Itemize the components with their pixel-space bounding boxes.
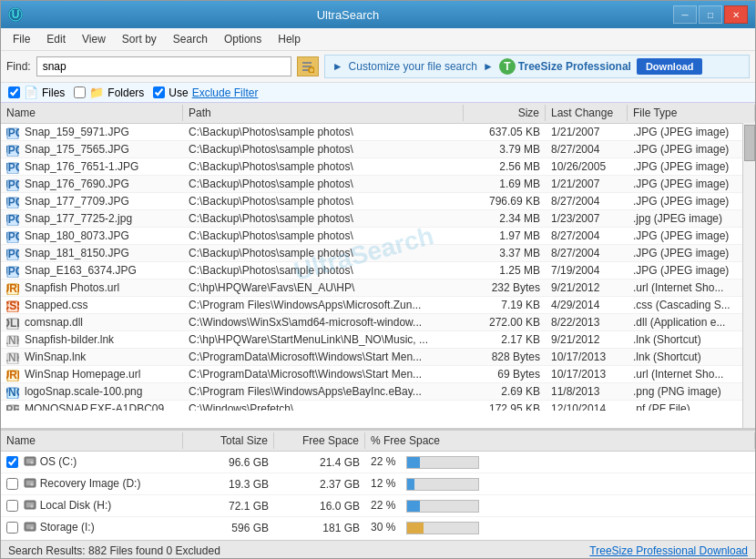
files-found-count: 882 Files found 0 Excluded	[88, 544, 220, 557]
file-name: DLLcomsnap.dll	[1, 315, 183, 330]
disk-header-total[interactable]: Total Size	[183, 432, 274, 449]
arrow-icon: ►	[332, 60, 343, 73]
minimize-button[interactable]: ─	[673, 5, 697, 24]
maximize-button[interactable]: □	[699, 5, 722, 24]
file-name: LNKSnapfish-bilder.lnk	[1, 332, 183, 347]
svg-text:URL: URL	[6, 370, 19, 381]
files-checkbox[interactable]	[8, 86, 20, 98]
header-type[interactable]: File Type	[628, 105, 755, 121]
disk-header-free[interactable]: Free Space	[274, 432, 365, 449]
file-date: 8/27/2004	[546, 142, 628, 157]
table-row[interactable]: PNGlogoSnap.scale-100.png C:\Program Fil…	[1, 383, 755, 401]
app-icon: U	[8, 7, 23, 22]
file-name: JPGSnap_177_7725-2.jpg	[1, 211, 183, 226]
disk-header-name[interactable]: Name	[1, 432, 183, 449]
exclude-filter-link[interactable]: Exclude Filter	[192, 86, 259, 99]
header-path[interactable]: Path	[183, 105, 464, 121]
disk-pct: 22 %	[365, 498, 755, 513]
header-date[interactable]: Last Change	[546, 105, 628, 121]
list-item[interactable]: OS (C:) 96.6 GB 21.4 GB 22 %	[1, 452, 755, 473]
table-row[interactable]: URLWinSnap Homepage.url C:\ProgramData\M…	[1, 366, 755, 383]
table-row[interactable]: JPGSnap_159_5971.JPG C:\Backup\Photos\sa…	[1, 124, 755, 141]
svg-text:JPG: JPG	[6, 214, 19, 226]
file-date: 9/21/2012	[546, 332, 628, 347]
close-button[interactable]: ✕	[724, 5, 748, 24]
file-size: 172.95 KB	[464, 401, 546, 411]
svg-text:JPG: JPG	[6, 266, 19, 278]
file-size: 232 Bytes	[464, 280, 546, 295]
search-execute-button[interactable]	[297, 56, 319, 76]
list-item[interactable]: Recovery Image (D:) 19.3 GB 2.37 GB 12 %	[1, 473, 755, 495]
download-button[interactable]: Download	[637, 58, 703, 75]
table-row[interactable]: URLSnapfish Photos.url C:\hp\HPQWare\Fav…	[1, 280, 755, 297]
list-item[interactable]: Local Disk (H:) 72.1 GB 16.0 GB 22 %	[1, 495, 755, 517]
table-row[interactable]: JPGSnap_176_7651-1.JPG C:\Backup\Photos\…	[1, 158, 755, 176]
scrollbar-track[interactable]	[742, 123, 755, 428]
table-row[interactable]: LNKSnapfish-bilder.lnk C:\hp\HPQWare\Sta…	[1, 331, 755, 349]
menu-item-help[interactable]: Help	[271, 31, 308, 47]
svg-text:PF: PF	[6, 404, 19, 411]
list-item[interactable]: Storage (I:) 596 GB 181 GB 30 %	[1, 517, 755, 538]
scrollbar-thumb[interactable]	[744, 125, 755, 161]
menu-item-view[interactable]: View	[75, 31, 113, 47]
file-list-header: Name Path Size Last Change File Type	[1, 103, 755, 124]
disk-checkbox[interactable]	[6, 522, 18, 534]
menu-item-sort-by[interactable]: Sort by	[115, 31, 164, 47]
table-row[interactable]: JPGSnap_180_8073.JPG C:\Backup\Photos\sa…	[1, 228, 755, 245]
arrow-icon2: ►	[483, 60, 494, 73]
table-row[interactable]: JPGSnap_177_7709.JPG C:\Backup\Photos\sa…	[1, 193, 755, 210]
menu-item-file[interactable]: File	[5, 31, 37, 47]
table-row[interactable]: JPGSnap_176_7690.JPG C:\Backup\Photos\sa…	[1, 176, 755, 193]
file-date: 10/26/2005	[546, 159, 628, 174]
header-name[interactable]: Name	[1, 105, 183, 121]
progress-bar	[406, 478, 479, 491]
table-row[interactable]: PFMONOSNAP.EXE-A1DBC099.pf C:\Windows\Pr…	[1, 401, 755, 411]
file-date: 8/27/2004	[546, 246, 628, 260]
table-row[interactable]: JPGSnap_177_7725-2.jpg C:\Backup\Photos\…	[1, 210, 755, 228]
disk-header-pct[interactable]: % Free Space	[365, 432, 755, 449]
pf-icon: PF	[6, 404, 21, 411]
jpg-icon: JPG	[6, 214, 21, 225]
search-input[interactable]	[36, 56, 291, 76]
table-row[interactable]: CSSSnapped.css C:\Program Files\WindowsA…	[1, 297, 755, 314]
folders-checkbox[interactable]	[74, 86, 86, 98]
filter-bar: 📄 Files 📁 Folders Use Exclude Filter	[1, 83, 755, 103]
table-row[interactable]: JPGSnap_175_7565.JPG C:\Backup\Photos\sa…	[1, 141, 755, 158]
file-type: .JPG (JPEG image)	[628, 159, 755, 174]
file-size: 2.56 MB	[464, 159, 546, 174]
disk-checkbox[interactable]	[6, 500, 18, 512]
treesize-download-link[interactable]: TreeSize Professional Download	[589, 544, 748, 557]
exclude-checkbox[interactable]	[153, 86, 165, 98]
menu-item-options[interactable]: Options	[217, 31, 269, 47]
table-row[interactable]: JPGSnap_181_8150.JPG C:\Backup\Photos\sa…	[1, 245, 755, 262]
files-label: Files	[42, 86, 65, 99]
file-date: 1/21/2007	[546, 177, 628, 191]
menu-item-search[interactable]: Search	[166, 31, 215, 47]
disk-checkbox[interactable]	[6, 478, 18, 490]
file-type: .lnk (Shortcut)	[628, 332, 755, 347]
title-bar: U UltraSearch ─ □ ✕	[1, 1, 755, 28]
table-row[interactable]: DLLcomsnap.dll C:\Windows\WinSxS\amd64-m…	[1, 314, 755, 331]
folders-label: Folders	[107, 86, 144, 99]
disk-checkbox[interactable]	[6, 456, 18, 468]
menu-item-edit[interactable]: Edit	[39, 31, 73, 47]
progress-bar	[406, 522, 479, 534]
lnk-icon: LNK	[6, 335, 21, 346]
file-path: C:\ProgramData\Microsoft\Windows\Start M…	[183, 367, 464, 381]
file-type: .JPG (JPEG image)	[628, 177, 755, 191]
file-list: JPGSnap_159_5971.JPG C:\Backup\Photos\sa…	[1, 124, 755, 411]
table-row[interactable]: LNKWinSnap.lnk C:\ProgramData\Microsoft\…	[1, 349, 755, 366]
file-path: C:\ProgramData\Microsoft\Windows\Start M…	[183, 350, 464, 364]
file-date: 10/17/2013	[546, 367, 628, 381]
customize-bar[interactable]: ► Customize your file search ► T TreeSiz…	[324, 55, 750, 78]
table-row[interactable]: JPGSnap_E163_6374.JPG C:\Backup\Photos\s…	[1, 262, 755, 280]
disk-drive-icon	[24, 523, 36, 535]
files-checkbox-group: 📄 Files	[8, 86, 65, 99]
file-size: 3.79 MB	[464, 142, 546, 157]
svg-text:JPG: JPG	[6, 197, 19, 208]
file-name: LNKWinSnap.lnk	[1, 350, 183, 364]
file-type: .css (Cascading S...	[628, 298, 755, 312]
svg-text:U: U	[12, 8, 20, 21]
header-size[interactable]: Size	[464, 105, 546, 121]
file-path: C:\Backup\Photos\sample photos\	[183, 125, 464, 139]
